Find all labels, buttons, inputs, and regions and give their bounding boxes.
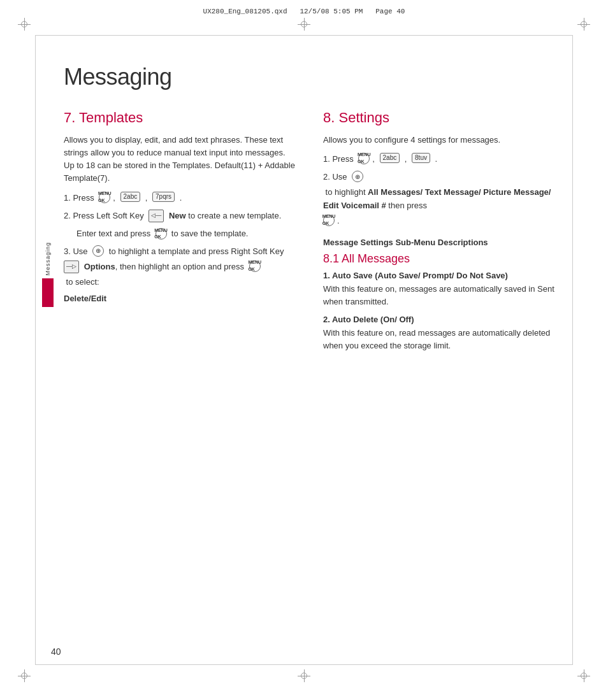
item-2-title: 2. Auto Delete (On/ Off)	[323, 315, 557, 324]
item-1-text: With this feature on, messages are autom…	[323, 283, 557, 308]
menu-ok-key-r1: MENUOK	[358, 153, 370, 164]
item-2: 2. Auto Delete (On/ Off) With this featu…	[323, 315, 557, 352]
item-2-text: With this feature on, read messages are …	[323, 327, 557, 352]
page-number: 40	[51, 646, 61, 657]
crosshair-top-right	[577, 18, 590, 31]
menu-ok-key-2: MENUOK	[156, 228, 167, 239]
step-1: 1. Press MENUOK , 2abc , 7pqrs .	[64, 192, 298, 204]
nav-key-1: ⊕	[92, 245, 104, 257]
side-label-bar	[42, 278, 54, 307]
sub-menu-heading: Message Settings Sub-Menu Descriptions	[323, 238, 557, 247]
header-time: 5:05 PM	[333, 8, 363, 15]
header-filename: UX280_Eng_081205.qxd	[203, 8, 287, 15]
section-7-intro: Allows you to display, edit, and add tex…	[64, 134, 298, 185]
crosshair-top-left	[18, 18, 31, 31]
side-label-container: Messaging	[41, 242, 54, 307]
step-3: 3. Use ⊕ to highlight a template and pre…	[64, 245, 298, 289]
delete-edit-label: Delete/Edit	[64, 294, 298, 303]
left-soft-key: ◁—	[148, 210, 164, 222]
key-2abc-1: 2abc	[120, 192, 141, 202]
right-step-1: 1. Press MENUOK , 2abc , 8tuv .	[323, 153, 557, 166]
key-7pqrs-1: 7pqrs	[152, 192, 175, 202]
page-title: Messaging	[64, 64, 557, 90]
crosshair-bottom-left	[18, 669, 31, 682]
header-date: 12/5/08	[300, 8, 329, 15]
section-7-heading: 7. Templates	[64, 110, 298, 126]
side-label-text: Messaging	[45, 242, 51, 276]
crosshair-bottom-right	[577, 669, 590, 682]
menu-ok-key-3: MENUOK	[249, 261, 261, 272]
crosshair-top-center	[298, 18, 310, 31]
menu-ok-key-r2: MENUOK	[323, 215, 335, 226]
key-2abc-r: 2abc	[380, 153, 400, 163]
crosshair-bottom-center	[298, 669, 310, 682]
content-columns: 7. Templates Allows you to display, edit…	[64, 110, 557, 359]
subsection-8-1-heading: 8.1 All Messages	[323, 252, 557, 266]
left-column: 7. Templates Allows you to display, edit…	[64, 110, 298, 359]
right-soft-key: —▷	[64, 261, 79, 273]
section-8-heading: 8. Settings	[323, 110, 557, 126]
main-content: Messaging 7. Templates Allows you to dis…	[64, 64, 557, 649]
item-1-title: 1. Auto Save (Auto Save/ Prompt/ Do Not …	[323, 271, 557, 280]
step-2: 2. Press Left Soft Key ◁— New to create …	[64, 210, 298, 222]
key-8tuv-r: 8tuv	[412, 153, 430, 163]
item-1: 1. Auto Save (Auto Save/ Prompt/ Do Not …	[323, 271, 557, 308]
header-page: Page 40	[375, 8, 405, 15]
header-bar: UX280_Eng_081205.qxd 12/5/08 5:05 PM Pag…	[35, 8, 573, 15]
menu-ok-key-1: MENUOK	[99, 192, 110, 203]
step-indent: Enter text and press MENUOK to save the …	[76, 227, 298, 240]
nav-key-r: ⊕	[352, 171, 363, 182]
right-step-2: 2. Use ⊕ to highlight All Messages/ Text…	[323, 171, 557, 227]
right-column: 8. Settings Allows you to configure 4 se…	[323, 110, 557, 359]
section-8-intro: Allows you to configure 4 settings for m…	[323, 134, 557, 146]
